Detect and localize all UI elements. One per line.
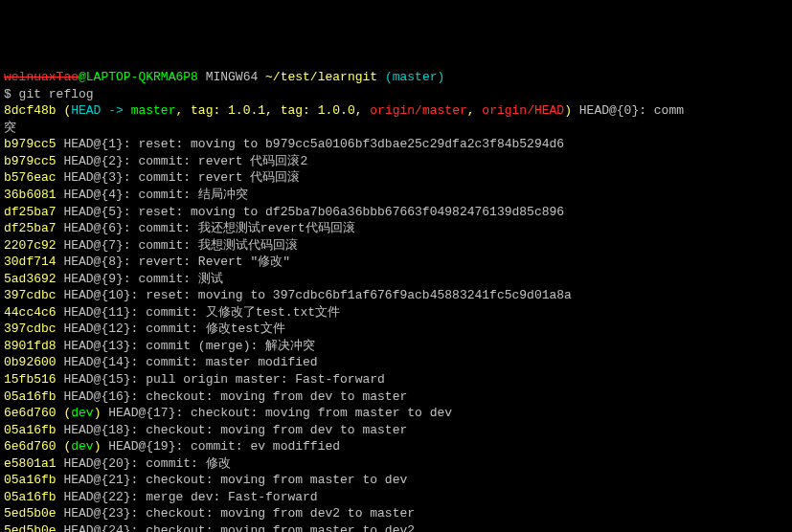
terminal-line: b576eac HEAD@{3}: commit: revert 代码回滚 — [4, 169, 788, 187]
reflog-text: HEAD@{7}: commit: 我想测试代码回滚 — [57, 238, 298, 253]
terminal-line: b979cc5 HEAD@{1}: reset: moving to b979c… — [4, 136, 788, 153]
reflog-text-wrap: 突 — [4, 121, 16, 135]
terminal-line: $ git reflog — [4, 86, 788, 103]
commit-hash: b979cc5 — [4, 137, 57, 151]
terminal-line: b979cc5 HEAD@{2}: commit: revert 代码回滚2 — [4, 153, 788, 170]
commit-hash: 0b92600 — [4, 355, 57, 369]
reflog-text: HEAD@{18}: checkout: moving from dev to … — [57, 423, 408, 437]
reflog-text: HEAD@{5}: reset: moving to df25ba7b06a36… — [57, 205, 565, 219]
branch-ref: dev — [71, 439, 93, 454]
terminal-line: 2207c92 HEAD@{7}: commit: 我想测试代码回滚 — [4, 237, 788, 255]
tag: tag: 1.0.0 — [281, 103, 355, 118]
reflog-text: HEAD@{3}: commit: revert 代码回滚 — [57, 170, 301, 185]
terminal-line: 6e6d760 (dev) HEAD@{17}: checkout: movin… — [4, 405, 788, 422]
reflog-text: HEAD@{9}: commit: 测试 — [57, 272, 223, 286]
reflog-text: HEAD@{14}: commit: master modified — [57, 355, 318, 369]
terminal-line: 5ed5b0e HEAD@{24}: checkout: moving from… — [4, 522, 788, 532]
reflog-text: HEAD@{2}: commit: revert 代码回滚2 — [57, 154, 308, 168]
commit-hash: 44cc4c6 — [4, 305, 57, 320]
commit-hash: 36b6081 — [4, 188, 57, 202]
reflog-text: HEAD@{24}: checkout: moving from master … — [57, 523, 415, 532]
tag: tag: 1.0.1 — [191, 103, 265, 118]
terminal-line: 36b6081 HEAD@{4}: commit: 结局冲突 — [4, 187, 788, 204]
commit-hash: 5ad3692 — [4, 272, 57, 286]
shell-name: MINGW64 — [198, 70, 258, 84]
commit-hash: 05a16fb — [4, 389, 57, 404]
terminal-line: 397cdbc HEAD@{12}: commit: 修改test文件 — [4, 321, 788, 338]
commit-hash: e5801a1 — [4, 456, 57, 471]
commit-hash: b576eac — [4, 170, 57, 185]
reflog-text: HEAD@{0}: comm — [572, 103, 684, 118]
commit-hash: 5ed5b0e — [4, 506, 57, 521]
commit-hash: 15fb516 — [4, 372, 57, 387]
branch-ref: dev — [71, 406, 93, 420]
terminal-line: 5ad3692 HEAD@{9}: commit: 测试 — [4, 271, 788, 288]
reflog-text: HEAD@{4}: commit: 结局冲突 — [57, 188, 248, 202]
commit-hash: 5ed5b0e — [4, 523, 57, 532]
terminal-line: 05a16fb HEAD@{16}: checkout: moving from… — [4, 388, 788, 406]
reflog-text: HEAD@{20}: commit: 修改 — [57, 456, 231, 471]
hostname: @LAPTOP-QKRMA6P8 — [79, 70, 198, 84]
branch-master: master — [131, 103, 176, 118]
head-arrow: HEAD -> — [71, 103, 130, 118]
commit-hash: b979cc5 — [4, 154, 57, 168]
reflog-text: HEAD@{22}: merge dev: Fast-forward — [57, 490, 318, 504]
reflog-text: HEAD@{19}: commit: ev modiffied — [101, 439, 340, 454]
commit-hash: 8901fd8 — [4, 339, 57, 353]
cwd-path: ~/test/learngit — [258, 70, 377, 84]
commit-hash: 05a16fb — [4, 490, 57, 504]
sep: , — [265, 103, 281, 118]
sep: , — [467, 103, 483, 118]
commit-hash: 2207c92 — [4, 238, 57, 253]
terminal-line: e5801a1 HEAD@{20}: commit: 修改 — [4, 455, 788, 473]
terminal-line: 397cdbc HEAD@{10}: reset: moving to 397c… — [4, 287, 788, 304]
reflog-text: HEAD@{13}: commit (merge): 解决冲突 — [57, 339, 315, 353]
reflog-text: HEAD@{21}: checkout: moving from master … — [57, 473, 408, 487]
remote-head: origin/HEAD — [482, 103, 564, 118]
terminal-line: df25ba7 HEAD@{5}: reset: moving to df25b… — [4, 204, 788, 221]
commit-hash: df25ba7 — [4, 221, 57, 235]
commit-hash: 8dcf48b — [4, 103, 57, 118]
terminal-line: 15fb516 HEAD@{15}: pull origin master: F… — [4, 371, 788, 388]
branch-name: (master) — [377, 70, 444, 84]
commit-hash: 397cdbc — [4, 321, 57, 336]
terminal-line: 突 — [4, 120, 788, 137]
terminal-line: df25ba7 HEAD@{6}: commit: 我还想测试revert代码回… — [4, 220, 788, 237]
terminal-output[interactable]: welnuaxTao@LAPTOP-QKRMA6P8 MINGW64 ~/tes… — [4, 69, 788, 532]
paren: ) — [564, 103, 572, 118]
reflog-text: HEAD@{12}: commit: 修改test文件 — [57, 321, 285, 336]
reflog-text: HEAD@{16}: checkout: moving from dev to … — [57, 389, 408, 404]
reflog-text: HEAD@{17}: checkout: moving from master … — [101, 406, 452, 420]
terminal-line: welnuaxTao@LAPTOP-QKRMA6P8 MINGW64 ~/tes… — [4, 69, 788, 86]
user-redacted: welnuaxTao — [4, 70, 79, 84]
terminal-line: 05a16fb HEAD@{22}: merge dev: Fast-forwa… — [4, 489, 788, 506]
terminal-line: 05a16fb HEAD@{18}: checkout: moving from… — [4, 422, 788, 439]
commit-hash: 30df714 — [4, 255, 57, 269]
sep: , — [355, 103, 371, 118]
sep: , — [175, 103, 191, 118]
reflog-text: HEAD@{10}: reset: moving to 397cdbc6bf1a… — [57, 288, 572, 302]
reflog-text: HEAD@{8}: revert: Revert "修改" — [57, 255, 290, 269]
paren: ( — [57, 439, 72, 454]
commit-hash: 05a16fb — [4, 423, 57, 437]
terminal-line: 44cc4c6 HEAD@{11}: commit: 又修改了test.txt文… — [4, 304, 788, 321]
terminal-line: 30df714 HEAD@{8}: revert: Revert "修改" — [4, 254, 788, 271]
reflog-text: HEAD@{1}: reset: moving to b979cc5a0106b… — [57, 137, 565, 151]
paren: ( — [57, 406, 72, 420]
commit-hash: 05a16fb — [4, 473, 57, 487]
reflog-text: HEAD@{15}: pull origin master: Fast-forw… — [57, 372, 385, 387]
reflog-text: HEAD@{23}: checkout: moving from dev2 to… — [57, 506, 415, 521]
reflog-text: HEAD@{6}: commit: 我还想测试revert代码回滚 — [57, 221, 355, 235]
terminal-line: 0b92600 HEAD@{14}: commit: master modifi… — [4, 354, 788, 371]
terminal-line: 6e6d760 (dev) HEAD@{19}: commit: ev modi… — [4, 438, 788, 455]
remote-branch: origin/master — [370, 103, 466, 118]
terminal-line: 8901fd8 HEAD@{13}: commit (merge): 解决冲突 — [4, 338, 788, 355]
commit-hash: 6e6d760 — [4, 406, 57, 420]
terminal-line: 5ed5b0e HEAD@{23}: checkout: moving from… — [4, 505, 788, 522]
paren: ( — [57, 103, 72, 118]
commit-hash: df25ba7 — [4, 205, 57, 219]
reflog-text: HEAD@{11}: commit: 又修改了test.txt文件 — [57, 305, 340, 320]
terminal-line: 8dcf48b (HEAD -> master, tag: 1.0.1, tag… — [4, 102, 788, 120]
command-input[interactable]: $ git reflog — [4, 87, 94, 101]
terminal-line: 05a16fb HEAD@{21}: checkout: moving from… — [4, 472, 788, 489]
